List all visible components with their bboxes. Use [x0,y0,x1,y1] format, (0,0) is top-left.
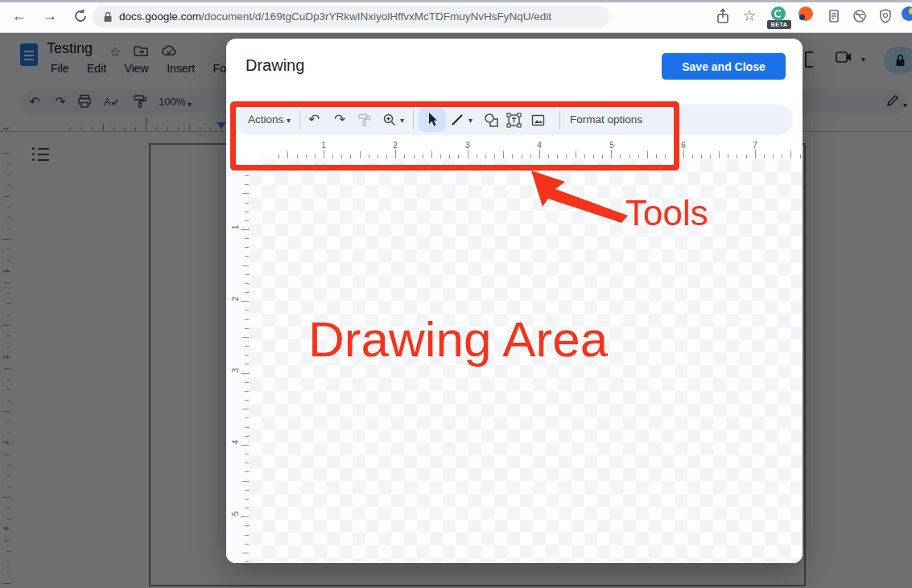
shield-icon [877,7,893,25]
url-bar[interactable]: docs.google.com/document/d/169tgCuDp3rYR… [93,6,609,27]
toolbar-separator [413,111,414,129]
vruler-label: 4 [231,436,240,449]
bookmark-star-button[interactable]: ☆ [741,7,758,25]
ruler-tick [242,553,249,553]
extension-icon-orange[interactable] [799,6,813,21]
image-icon [530,113,546,128]
ruler-tick [378,154,378,158]
ruler-tick [245,167,249,167]
ruler-tick [737,154,737,158]
share-page-button[interactable] [715,7,732,25]
ruler-tick [395,150,396,158]
ruler-tick [245,471,249,472]
ruler-tick [468,150,468,158]
ruler-tick [245,508,249,508]
back-button[interactable]: ← [10,6,29,26]
vruler-label: 5 [231,508,240,520]
extension-icon-blocker[interactable] [852,7,869,25]
ruler-tick [477,154,477,158]
ruler-tick [306,154,307,158]
ruler-tick [369,154,369,158]
ruler-tick [245,463,249,463]
ruler-tick [593,154,594,158]
ruler-tick [245,400,249,401]
ruler-tick [350,154,351,158]
select-tool-button[interactable] [419,108,446,132]
ruler-tick [241,516,249,517]
ruler-tick [773,154,774,158]
insert-image-button[interactable] [530,113,545,127]
drawing-canvas[interactable] [250,159,803,563]
undo-button[interactable]: ↶ [307,113,321,127]
ruler-tick [548,154,549,158]
beta-badge: BETA [767,20,791,29]
dialog-title: Drawing [246,56,304,75]
ruler-tick [557,154,558,158]
ruler-tick [245,238,249,239]
save-and-close-button[interactable]: Save and Close [662,53,786,80]
forward-button[interactable]: → [40,6,60,26]
ruler-tick [324,150,324,158]
ruler-tick [800,154,801,158]
ruler-tick [611,150,612,158]
ruler-tick [512,154,513,158]
ruler-tick [503,151,504,158]
shape-tool-button[interactable] [484,113,498,127]
ruler-tick [245,328,249,329]
paint-format-button[interactable] [357,113,372,127]
ruler-tick [245,499,249,500]
actions-menu-button[interactable]: Actions [248,113,283,125]
block-icon [852,7,868,25]
ruler-tick [245,220,249,221]
vruler-label: 2 [231,293,240,306]
ruler-tick [297,154,298,158]
zoom-tool-button[interactable] [382,113,397,127]
ruler-tick [241,301,249,302]
toolbar-separator [559,111,560,129]
ruler-tick [245,203,249,204]
reload-button[interactable] [71,6,90,26]
ruler-tick [245,382,249,383]
browser-chrome: ← → docs.google.com/document/d/169tgCuDp… [0,0,912,33]
zoom-in-icon [382,113,397,127]
ruler-tick [241,445,249,446]
ruler-tick [449,154,450,158]
line-dropdown-icon[interactable]: ▾ [468,116,473,125]
ruler-tick [245,427,249,428]
ruler-tick [656,154,657,158]
line-icon [450,113,464,127]
ruler-tick [241,373,249,374]
zoom-dropdown-icon[interactable]: ▾ [400,116,404,125]
extension-icon-partial[interactable] [902,6,912,21]
url-host: docs.google.com [119,10,201,23]
ruler-tick [404,154,405,158]
url-path: /document/d/169tgCuDp3rYRkwINxiyolHffvxM… [201,10,551,23]
text-box-button[interactable] [506,113,521,127]
ruler-tick [242,481,249,482]
ruler-tick [245,274,249,275]
ruler-tick [414,154,415,158]
ruler-tick [701,154,702,158]
ruler-tick [341,154,342,158]
redo-button[interactable]: ↷ [332,113,347,127]
line-tool-button[interactable] [450,113,464,127]
extension-icon-shield[interactable] [877,7,895,25]
actions-dropdown-icon[interactable]: ▾ [287,116,291,125]
extension-icon-green[interactable] [771,6,786,21]
ruler-tick [746,154,747,158]
ruler-tick [647,151,648,158]
ruler-tick [755,150,756,158]
ruler-tick [242,337,249,338]
ruler-tick [245,346,249,347]
ruler-tick [692,154,693,158]
ruler-tick [245,175,249,176]
format-options-button[interactable]: Format options [570,113,642,125]
ruler-tick [530,154,531,158]
lock-icon [103,11,113,23]
ruler-tick [245,525,249,526]
ruler-tick [386,154,387,158]
ruler-tick [245,544,249,545]
ruler-tick [245,283,249,284]
ruler-tick [458,154,459,158]
extension-icon-notes[interactable] [826,7,844,25]
